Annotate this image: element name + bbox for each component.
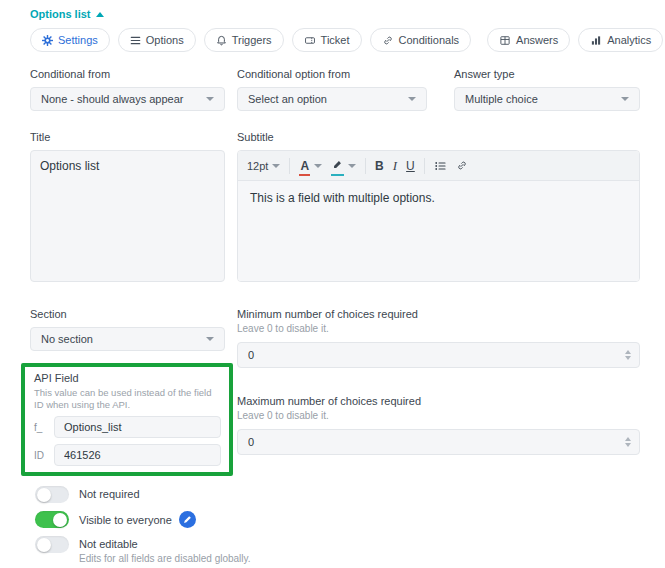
not-editable-hint: Edits for all fields are disabled global…: [79, 553, 251, 565]
underline-button[interactable]: U: [406, 159, 415, 173]
not-required-row: Not required: [35, 486, 640, 503]
bullet-list-icon: [434, 160, 447, 172]
answer-type-label: Answer type: [454, 68, 640, 81]
bold-button[interactable]: B: [375, 159, 384, 173]
tab-ticket-label: Ticket: [321, 34, 350, 46]
chevron-down-icon: [272, 164, 280, 168]
answer-type-select[interactable]: Multiple choice: [454, 87, 640, 111]
not-required-label: Not required: [79, 488, 140, 500]
visible-label: Visible to everyone: [79, 514, 172, 526]
title-label: Title: [30, 131, 225, 144]
bullet-list-button[interactable]: [434, 160, 447, 172]
subtitle-editor-content[interactable]: This is a field with multiple options.: [238, 181, 639, 281]
tab-conditionals[interactable]: Conditionals: [370, 28, 472, 52]
title-subtitle-row: Title Options list Subtitle 12pt A: [30, 131, 640, 284]
visible-row: Visible to everyone: [35, 511, 640, 528]
chevron-up-icon: [96, 12, 104, 17]
api-id-row: ID: [34, 444, 221, 466]
api-name-row: f_: [34, 416, 221, 438]
text-color-button[interactable]: A: [299, 159, 322, 173]
min-choices-input[interactable]: [248, 349, 617, 361]
min-choices-block: Minimum number of choices required Leave…: [237, 308, 640, 368]
max-choices-input[interactable]: [248, 436, 617, 448]
min-choices-label: Minimum number of choices required: [237, 308, 640, 321]
insert-link-button[interactable]: [456, 160, 468, 171]
conditional-option-from-value: Select an option: [248, 93, 327, 105]
highlight-color-button[interactable]: [331, 159, 356, 173]
grid-icon: [499, 35, 511, 46]
stepper-down-icon: [625, 356, 631, 360]
answer-type-value: Multiple choice: [465, 93, 538, 105]
toolbar-divider: [424, 158, 425, 174]
field-settings-panel: Options list Settings Options: [0, 0, 665, 565]
api-name-prefix: f_: [34, 422, 48, 433]
api-id-input[interactable]: [54, 444, 221, 466]
link-icon: [382, 35, 394, 46]
tab-answers[interactable]: Answers: [487, 28, 570, 52]
font-size-select[interactable]: 12pt: [247, 160, 280, 172]
tab-ticket[interactable]: Ticket: [292, 28, 362, 52]
tab-settings[interactable]: Settings: [30, 28, 110, 52]
not-editable-toggle[interactable]: [35, 536, 69, 553]
conditional-from-value: None - should always appear: [41, 93, 183, 105]
ticket-icon: [304, 35, 316, 46]
stepper-up-icon: [625, 437, 631, 441]
not-editable-row: Not editable Edits for all fields are di…: [35, 536, 640, 565]
tab-triggers[interactable]: Triggers: [204, 28, 284, 52]
pencil-icon: [183, 515, 192, 524]
max-choices-stepper[interactable]: [625, 437, 631, 447]
tab-options[interactable]: Options: [118, 28, 196, 52]
api-field-highlight-annotation: API Field This value can be used instead…: [21, 363, 233, 476]
tab-analytics-label: Analytics: [607, 34, 651, 46]
chevron-down-icon: [621, 97, 629, 101]
not-editable-label: Not editable: [79, 538, 138, 550]
chevron-down-icon: [206, 97, 214, 101]
min-choices-hint: Leave 0 to disable it.: [237, 323, 640, 335]
font-size-value: 12pt: [247, 160, 268, 172]
max-choices-field: [237, 429, 640, 455]
api-field-description: This value can be used instead of the fi…: [34, 387, 221, 410]
not-required-toggle[interactable]: [35, 486, 69, 503]
text-color-icon: A: [299, 159, 310, 173]
toolbar-divider: [289, 158, 290, 174]
stepper-up-icon: [625, 350, 631, 354]
title-textarea[interactable]: Options list: [30, 150, 225, 282]
conditional-row: Conditional from None - should always ap…: [30, 68, 640, 111]
tab-answers-label: Answers: [516, 34, 558, 46]
max-choices-block: Maximum number of choices required Leave…: [237, 395, 640, 455]
section-label: Section: [30, 308, 225, 321]
chevron-down-icon: [408, 97, 416, 101]
tab-triggers-label: Triggers: [232, 34, 272, 46]
visible-toggle[interactable]: [35, 511, 69, 528]
list-icon: [130, 35, 141, 46]
min-choices-stepper[interactable]: [625, 350, 631, 360]
section-choices-row: Section No section API Field This value …: [30, 308, 640, 476]
section-select[interactable]: No section: [30, 327, 225, 351]
toggle-knob: [37, 488, 51, 502]
tab-settings-label: Settings: [58, 34, 98, 46]
conditional-from-label: Conditional from: [30, 68, 225, 81]
conditional-option-from-label: Conditional option from: [237, 68, 427, 81]
max-choices-label: Maximum number of choices required: [237, 395, 640, 408]
tab-options-label: Options: [146, 34, 184, 46]
field-title-link: Options list: [30, 8, 91, 20]
chart-icon: [590, 35, 602, 46]
toggle-list: Not required Visible to everyone Not edi…: [35, 486, 640, 565]
api-field-label: API Field: [34, 372, 221, 385]
richtext-toolbar: 12pt A: [238, 151, 639, 181]
section-value: No section: [41, 333, 93, 345]
edit-visibility-button[interactable]: [179, 511, 196, 528]
chevron-down-icon: [206, 337, 214, 341]
api-id-prefix: ID: [34, 450, 48, 461]
conditional-option-from-select[interactable]: Select an option: [237, 87, 427, 111]
field-collapse-header[interactable]: Options list: [30, 8, 104, 20]
toggle-knob: [37, 538, 51, 552]
bell-icon: [216, 35, 227, 46]
toggle-knob: [53, 513, 67, 527]
api-name-input[interactable]: [54, 416, 221, 438]
insert-link-icon: [456, 160, 468, 171]
italic-button[interactable]: I: [393, 158, 397, 174]
tab-analytics[interactable]: Analytics: [578, 28, 663, 52]
subtitle-richtext-editor: 12pt A: [237, 150, 640, 282]
conditional-from-select[interactable]: None - should always appear: [30, 87, 225, 111]
